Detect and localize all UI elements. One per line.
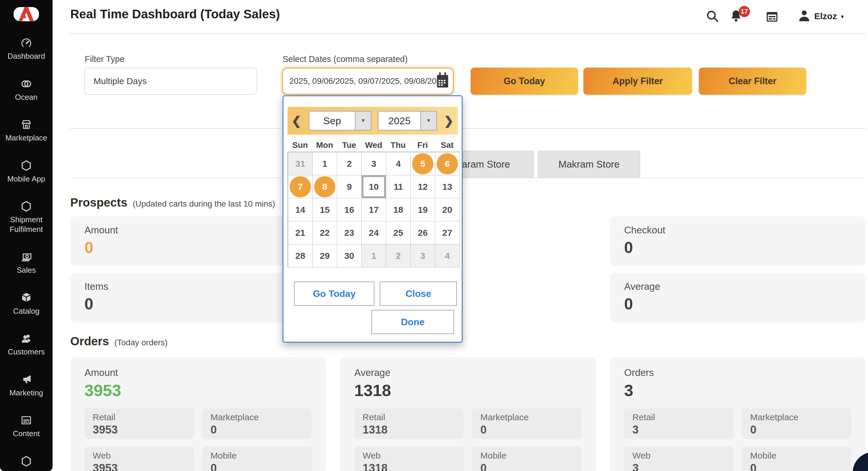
calendar-day-10[interactable]: 10 xyxy=(362,175,386,198)
breakdown-value: 3 xyxy=(632,423,725,436)
card-value: 0 xyxy=(85,238,312,256)
weekday-label: Thu xyxy=(386,140,410,150)
calendar-day-7[interactable]: 7 xyxy=(288,175,313,198)
calendar-day-2[interactable]: 2 xyxy=(337,152,362,175)
sidebar-item-content[interactable]: Content xyxy=(1,414,51,439)
sidebar-item-dashboard[interactable]: Dashboard xyxy=(1,37,51,61)
sidebar-item-mobile-app[interactable]: Mobile App xyxy=(1,159,51,184)
calendar-day-20[interactable]: 20 xyxy=(435,198,460,221)
sidebar-item-marketplace[interactable]: Marketplace xyxy=(1,118,51,143)
user-avatar-icon[interactable] xyxy=(797,9,811,23)
section-divider xyxy=(70,128,866,129)
calendar-day-1[interactable]: 1 xyxy=(313,152,337,175)
calendar-day-15[interactable]: 15 xyxy=(313,198,337,221)
calendar-day-23[interactable]: 23 xyxy=(337,221,362,244)
calendar-day-16[interactable]: 16 xyxy=(337,198,362,221)
calendar-icon[interactable] xyxy=(435,72,451,89)
content-panel-icon[interactable] xyxy=(765,10,779,24)
cube-icon xyxy=(20,291,32,304)
calendar-day-18[interactable]: 18 xyxy=(386,198,411,221)
sidebar-item-ocean[interactable]: Ocean xyxy=(1,77,51,102)
prospects-right-column: Checkout0Average0 xyxy=(610,216,866,322)
calendar-day-29[interactable]: 29 xyxy=(313,244,337,268)
breakdown-label: Web xyxy=(363,451,456,461)
user-menu-caret-icon[interactable]: ▾ xyxy=(841,13,844,20)
breakdown-label: Web xyxy=(632,451,725,461)
apply-filter-button[interactable]: Apply Filter xyxy=(583,68,692,95)
sidebar-item-label: Catalog xyxy=(13,306,39,316)
calendar-day-12[interactable]: 12 xyxy=(411,175,435,198)
calendar-day-6[interactable]: 6 xyxy=(435,152,460,175)
calendar-day-4-muted[interactable]: 4 xyxy=(435,244,460,268)
calendar-day-28[interactable]: 28 xyxy=(288,244,313,268)
filter-type-select[interactable]: Multiple Days xyxy=(84,68,257,95)
calendar-day-19[interactable]: 19 xyxy=(411,198,435,221)
breakdown-mobile: Mobile0 xyxy=(202,446,312,471)
calendar-day-27[interactable]: 27 xyxy=(435,221,460,244)
card-value: 3953 xyxy=(85,381,312,400)
notification-badge[interactable]: 17 xyxy=(739,6,750,17)
sidebar-item-sales[interactable]: Sales xyxy=(1,251,51,275)
sidebar-item-label: Mobile App xyxy=(7,174,45,184)
calendar-day-11[interactable]: 11 xyxy=(386,175,411,198)
orders-card-average: Average1318Retail1318Marketplace0Web1318… xyxy=(340,357,596,471)
calendar-day-4[interactable]: 4 xyxy=(386,152,411,175)
calendar-go-today-button[interactable]: Go Today xyxy=(294,282,374,306)
sidebar-item-customers[interactable]: Customers xyxy=(1,332,51,357)
calendar-day-14[interactable]: 14 xyxy=(288,198,313,221)
breakdown-value: 1318 xyxy=(363,462,456,471)
card-value: 0 xyxy=(85,294,312,313)
calendar-day-17[interactable]: 17 xyxy=(362,198,386,221)
tab-makram-store[interactable]: Makram Store xyxy=(538,151,640,178)
card-label: Checkout xyxy=(624,225,851,236)
calendar-day-24[interactable]: 24 xyxy=(362,221,386,244)
app-logo[interactable] xyxy=(13,7,39,21)
sidebar-item-marketing[interactable]: Marketing xyxy=(1,373,51,398)
dates-input[interactable]: 2025, 09/06/2025, 09/07/2025, 09/08/2025 xyxy=(282,68,454,95)
datepicker-header: ❮ Sep ▼ 2025 ▼ ❯ xyxy=(287,107,458,134)
breakdown-value: 0 xyxy=(750,423,843,436)
breakdown-label: Retail xyxy=(632,412,725,422)
header-divider xyxy=(70,33,866,34)
search-icon[interactable] xyxy=(706,9,719,23)
card-label: Orders xyxy=(624,367,851,378)
card-label: Items xyxy=(85,281,312,292)
go-today-button[interactable]: Go Today xyxy=(471,68,578,95)
sidebar-item-label: SMS Integration xyxy=(1,470,51,471)
calendar-day-21[interactable]: 21 xyxy=(288,221,313,244)
breakdown-marketplace: Marketplace0 xyxy=(742,408,851,439)
calendar-day-1-muted[interactable]: 1 xyxy=(362,244,386,268)
month-dropdown-icon: ▼ xyxy=(355,112,371,130)
next-month-icon[interactable]: ❯ xyxy=(440,114,458,127)
calendar-day-25[interactable]: 25 xyxy=(386,221,411,244)
breakdown-value: 0 xyxy=(211,462,304,471)
sidebar-item-shipment-fulfilment[interactable]: Shipment Fulfilment xyxy=(1,200,51,234)
calendar-done-button[interactable]: Done xyxy=(371,310,454,334)
calendar-day-2-muted[interactable]: 2 xyxy=(386,244,411,268)
calendar-day-13[interactable]: 13 xyxy=(435,175,460,198)
clear-filter-button[interactable]: Clear Filter xyxy=(699,68,806,95)
calendar-day-8[interactable]: 8 xyxy=(313,175,337,198)
breakdown-mobile: Mobile0 xyxy=(742,446,851,471)
calendar-day-3[interactable]: 3 xyxy=(362,152,386,175)
hexagon-icon xyxy=(20,200,32,213)
calendar-close-button[interactable]: Close xyxy=(380,282,457,306)
calendar-day-3-muted[interactable]: 3 xyxy=(411,244,435,268)
user-name[interactable]: Elzoz xyxy=(814,11,837,21)
sidebar-item-catalog[interactable]: Catalog xyxy=(1,291,51,316)
calendar-day-5[interactable]: 5 xyxy=(411,152,435,175)
calendar-day-9[interactable]: 9 xyxy=(337,175,362,198)
sidebar-item-sms-integration[interactable]: SMS Integration xyxy=(1,455,51,471)
calendar-day-26[interactable]: 26 xyxy=(411,221,435,244)
month-select[interactable]: Sep ▼ xyxy=(309,111,371,130)
breakdown-label: Mobile xyxy=(480,451,574,461)
prev-month-icon[interactable]: ❮ xyxy=(287,114,305,127)
card-value: 1318 xyxy=(354,381,582,400)
calendar-day-31-muted[interactable]: 31 xyxy=(288,152,313,175)
prospects-heading: Prospects (Updated carts during the last… xyxy=(70,196,275,209)
calendar-day-22[interactable]: 22 xyxy=(313,221,337,244)
breakdown-web: Web1318 xyxy=(354,446,464,471)
year-select[interactable]: 2025 ▼ xyxy=(378,111,437,130)
orders-card-orders: Orders3Retail3Marketplace0Web3Mobile0 xyxy=(610,357,866,471)
calendar-day-30[interactable]: 30 xyxy=(337,244,362,268)
